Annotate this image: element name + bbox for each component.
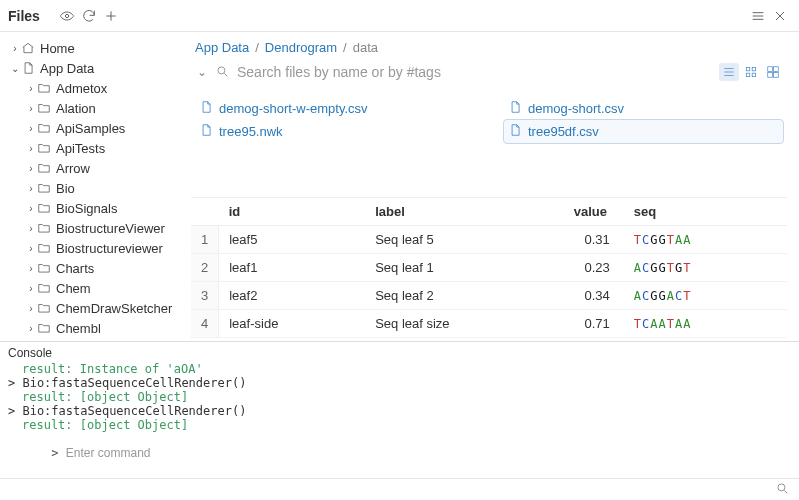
tree-label: App Data (40, 61, 94, 76)
chevron-right-icon: › (26, 243, 36, 254)
tree-item[interactable]: ›Biostructureviewer (4, 238, 181, 258)
console-result: result: Instance of 'aOA' (8, 362, 791, 376)
tree-label: Bio (56, 181, 75, 196)
svg-rect-6 (768, 67, 773, 72)
tree-label: BioSignals (56, 201, 117, 216)
cell-label: Seq leaf 5 (365, 226, 564, 254)
folder-icon (36, 241, 52, 255)
tree-label: Charts (56, 261, 94, 276)
tree-item[interactable]: ›Arrow (4, 158, 181, 178)
file-name: demog-short.csv (528, 101, 624, 116)
folder-icon (36, 161, 52, 175)
folder-icon (36, 221, 52, 235)
chevron-right-icon: › (26, 283, 36, 294)
view-grid-large-icon[interactable] (763, 63, 783, 81)
file-icon (508, 100, 522, 117)
tree-item[interactable]: ›Bio (4, 178, 181, 198)
svg-rect-9 (774, 73, 779, 78)
cell-id: leaf2 (219, 282, 365, 310)
chevron-right-icon: › (26, 143, 36, 154)
chevron-right-icon: › (26, 323, 36, 334)
file-name: tree95.nwk (219, 124, 283, 139)
tree-item[interactable]: ›BiostructureViewer (4, 218, 181, 238)
svg-point-10 (778, 484, 785, 491)
folder-icon (36, 301, 52, 315)
row-number: 2 (191, 254, 219, 282)
svg-rect-8 (768, 73, 773, 78)
tree-item[interactable]: ›Chembl (4, 318, 181, 338)
tree-item[interactable]: ›Alation (4, 98, 181, 118)
file-icon (199, 100, 213, 117)
add-icon[interactable] (100, 8, 122, 24)
svg-point-1 (218, 66, 225, 73)
file-item[interactable]: demog-short.csv (504, 97, 783, 120)
cell-value: 0.71 (564, 310, 624, 338)
col-seq[interactable]: seq (624, 198, 787, 226)
folder-icon (36, 201, 52, 215)
table-row[interactable]: 3leaf2Seq leaf 20.34ACGGACT (191, 282, 787, 310)
cell-seq: TCGGTAA (624, 226, 787, 254)
table-row[interactable]: 4leaf-sideSeq leaf size0.71TCAATAA (191, 310, 787, 338)
chevron-right-icon: › (26, 103, 36, 114)
tree-item[interactable]: ›Admetox (4, 78, 181, 98)
cell-value: 0.31 (564, 226, 624, 254)
tree-item[interactable]: ›Charts (4, 258, 181, 278)
col-value[interactable]: value (564, 198, 624, 226)
tree-label: Home (40, 41, 75, 56)
tree-item[interactable]: ›BioSignals (4, 198, 181, 218)
close-icon[interactable] (769, 8, 791, 24)
file-item[interactable]: tree95df.csv (504, 120, 783, 143)
footer (0, 478, 799, 500)
eye-icon[interactable] (56, 8, 78, 24)
search-icon[interactable] (775, 481, 789, 498)
folder-icon (36, 101, 52, 115)
view-list-icon[interactable] (719, 63, 739, 81)
svg-rect-5 (752, 73, 756, 77)
col-label[interactable]: label (365, 198, 564, 226)
chevron-down-icon[interactable]: ⌄ (195, 65, 209, 79)
file-name: demog-short-w-empty.csv (219, 101, 368, 116)
breadcrumb-seg[interactable]: Dendrogram (265, 40, 337, 55)
data-table: id label value seq 1leaf5Seq leaf 50.31T… (191, 198, 787, 338)
tree-label: ChemDrawSketcher (56, 301, 172, 316)
svg-point-0 (65, 14, 68, 17)
search-row: ⌄ (191, 59, 787, 85)
tree-home[interactable]: › Home (4, 38, 181, 58)
tree-label: ApiSamples (56, 121, 125, 136)
file-icon (20, 61, 36, 75)
console-input[interactable]: Enter command (66, 446, 151, 460)
cell-seq: ACGGTGT (624, 254, 787, 282)
breadcrumb-seg[interactable]: App Data (195, 40, 249, 55)
console-call: > Bio:fastaSequenceCellRenderer() (8, 404, 791, 418)
col-id[interactable]: id (219, 198, 365, 226)
search-input[interactable] (235, 63, 713, 81)
folder-icon (36, 321, 52, 335)
tree-app-data[interactable]: ⌄ App Data (4, 58, 181, 78)
chevron-right-icon: › (26, 163, 36, 174)
menu-icon[interactable] (747, 8, 769, 24)
table-row[interactable]: 2leaf1Seq leaf 10.23ACGGTGT (191, 254, 787, 282)
tree-item[interactable]: ›ChemDrawSketcher (4, 298, 181, 318)
breadcrumb: App Data / Dendrogram / data (191, 32, 787, 59)
chevron-right-icon: › (26, 183, 36, 194)
file-item[interactable]: demog-short-w-empty.csv (195, 97, 474, 120)
view-grid-small-icon[interactable] (741, 63, 761, 81)
tree-label: Chembl (56, 321, 101, 336)
tree-item[interactable]: ›Chem (4, 278, 181, 298)
chevron-right-icon: › (26, 83, 36, 94)
cell-label: Seq leaf 2 (365, 282, 564, 310)
tree-label: ApiTests (56, 141, 105, 156)
folder-icon (36, 181, 52, 195)
file-icon (508, 123, 522, 140)
app-title: Files (8, 8, 40, 24)
breadcrumb-sep: / (343, 40, 347, 55)
cell-label: Seq leaf 1 (365, 254, 564, 282)
tree-item[interactable]: ›ApiSamples (4, 118, 181, 138)
tree-label: Biostructureviewer (56, 241, 163, 256)
table-row[interactable]: 1leaf5Seq leaf 50.31TCGGTAA (191, 226, 787, 254)
refresh-icon[interactable] (78, 8, 100, 24)
breadcrumb-sep: / (255, 40, 259, 55)
tree-item[interactable]: ›ApiTests (4, 138, 181, 158)
folder-icon (36, 121, 52, 135)
file-item[interactable]: tree95.nwk (195, 120, 474, 143)
